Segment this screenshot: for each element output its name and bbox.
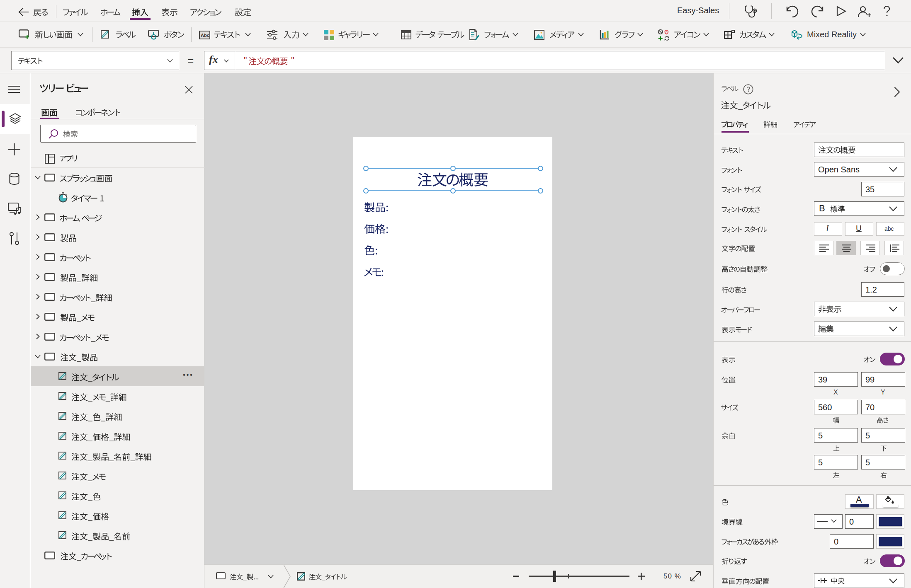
svg-text:Abc: Abc [201, 33, 209, 38]
